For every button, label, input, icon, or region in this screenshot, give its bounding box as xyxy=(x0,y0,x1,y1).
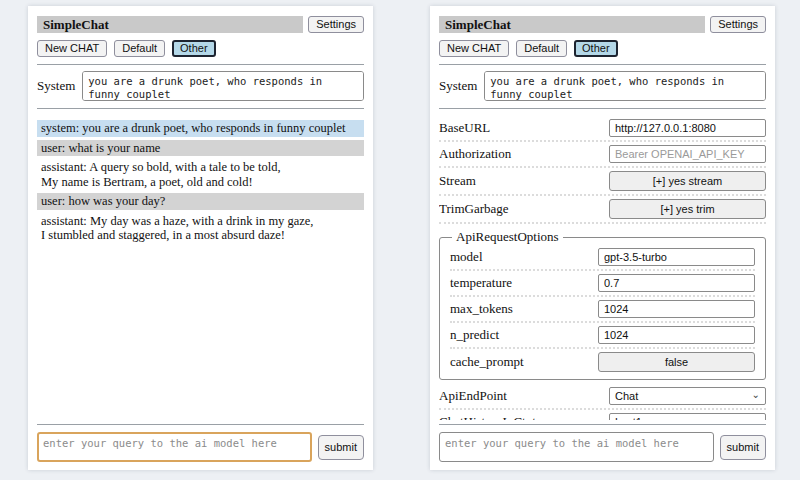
chat-message-list: system: you are a drunk poet, who respon… xyxy=(37,117,364,420)
session-button-default[interactable]: Default xyxy=(114,40,165,57)
app-title: SimpleChat xyxy=(37,16,303,33)
setting-row-trimgarbage: TrimGarbage [+] yes trim xyxy=(439,196,766,224)
setting-row-max-tokens: max_tokens xyxy=(450,297,755,323)
baseurl-label: BaseURL xyxy=(439,120,490,136)
authorization-label: Authorization xyxy=(439,146,511,162)
n-predict-input[interactable] xyxy=(598,326,755,344)
max-tokens-label: max_tokens xyxy=(450,301,513,317)
setting-row-stream: Stream [+] yes stream xyxy=(439,168,766,196)
setting-row-chat-history-in-ctxt: ChatHistoryInCtxt Last1 ⌄ xyxy=(439,410,766,420)
query-row: submit xyxy=(439,432,766,462)
divider xyxy=(439,424,766,425)
temperature-label: temperature xyxy=(450,275,512,291)
session-button-default[interactable]: Default xyxy=(516,40,567,57)
api-endpoint-selected-value: Chat xyxy=(615,390,638,402)
cache-prompt-toggle-button[interactable]: false xyxy=(598,352,755,372)
setting-row-model: model xyxy=(450,245,755,271)
chat-history-in-ctxt-select[interactable]: Last1 ⌄ xyxy=(609,413,766,420)
setting-row-baseurl: BaseURL xyxy=(439,116,766,142)
model-input[interactable] xyxy=(598,248,755,266)
query-input[interactable] xyxy=(37,432,312,462)
stream-toggle-button[interactable]: [+] yes stream xyxy=(609,171,766,191)
system-label: System xyxy=(37,78,75,94)
trimgarbage-toggle-button[interactable]: [+] yes trim xyxy=(609,199,766,219)
model-label: model xyxy=(450,249,483,265)
temperature-input[interactable] xyxy=(598,274,755,292)
session-buttons-row: New CHAT Default Other xyxy=(439,40,766,57)
chat-message-user: user: how was your day? xyxy=(37,193,364,210)
app-title: SimpleChat xyxy=(439,16,705,33)
trimgarbage-label: TrimGarbage xyxy=(439,201,509,217)
max-tokens-input[interactable] xyxy=(598,300,755,318)
stream-label: Stream xyxy=(439,173,476,189)
system-prompt-row: System you are a drunk poet, who respond… xyxy=(439,71,766,101)
system-prompt-input[interactable]: you are a drunk poet, who responds in fu… xyxy=(82,71,364,101)
submit-button[interactable]: submit xyxy=(720,435,766,460)
authorization-input[interactable] xyxy=(609,145,766,163)
chat-message-assistant: assistant: A query so bold, with a tale … xyxy=(37,159,364,190)
settings-button[interactable]: Settings xyxy=(710,16,766,33)
chat-message-system: system: you are a drunk poet, who respon… xyxy=(37,120,364,137)
divider xyxy=(37,64,364,65)
setting-row-n-predict: n_predict xyxy=(450,323,755,349)
setting-row-api-endpoint: ApiEndPoint Chat ⌄ xyxy=(439,384,766,410)
chat-history-selected-value: Last1 xyxy=(615,416,642,420)
system-prompt-input[interactable]: you are a drunk poet, who responds in fu… xyxy=(484,71,766,101)
cache-prompt-label: cache_prompt xyxy=(450,354,524,370)
setting-row-authorization: Authorization xyxy=(439,142,766,168)
titlebar: SimpleChat Settings xyxy=(37,16,364,33)
system-label: System xyxy=(439,78,477,94)
divider xyxy=(439,64,766,65)
chat-message-user: user: what is your name xyxy=(37,140,364,157)
setting-row-cache-prompt: cache_prompt false xyxy=(450,349,755,375)
chat-panel: SimpleChat Settings New CHAT Default Oth… xyxy=(28,6,373,470)
n-predict-label: n_predict xyxy=(450,327,499,343)
session-buttons-row: New CHAT Default Other xyxy=(37,40,364,57)
session-button-other[interactable]: Other xyxy=(172,40,216,57)
divider xyxy=(37,108,364,109)
chevron-down-icon: ⌄ xyxy=(752,391,760,399)
divider xyxy=(37,424,364,425)
new-chat-button[interactable]: New CHAT xyxy=(37,40,107,57)
chat-message-assistant: assistant: My day was a haze, with a dri… xyxy=(37,213,364,244)
api-endpoint-select[interactable]: Chat ⌄ xyxy=(609,387,766,405)
query-row: submit xyxy=(37,432,364,462)
api-request-options-legend: ApiRequestOptions xyxy=(452,229,563,245)
session-button-other[interactable]: Other xyxy=(574,40,618,57)
submit-button[interactable]: submit xyxy=(318,435,364,460)
system-prompt-row: System you are a drunk poet, who respond… xyxy=(37,71,364,101)
setting-row-temperature: temperature xyxy=(450,271,755,297)
query-input[interactable] xyxy=(439,432,714,462)
new-chat-button[interactable]: New CHAT xyxy=(439,40,509,57)
settings-list: BaseURL Authorization Stream [+] yes str… xyxy=(439,116,766,420)
titlebar: SimpleChat Settings xyxy=(439,16,766,33)
settings-button[interactable]: Settings xyxy=(308,16,364,33)
divider xyxy=(439,108,766,109)
baseurl-input[interactable] xyxy=(609,119,766,137)
api-endpoint-label: ApiEndPoint xyxy=(439,388,507,404)
chat-history-in-ctxt-label: ChatHistoryInCtxt xyxy=(439,414,536,420)
settings-panel: SimpleChat Settings New CHAT Default Oth… xyxy=(430,6,775,470)
api-request-options-fieldset: ApiRequestOptions model temperature max_… xyxy=(439,229,766,380)
chevron-down-icon: ⌄ xyxy=(752,417,760,421)
